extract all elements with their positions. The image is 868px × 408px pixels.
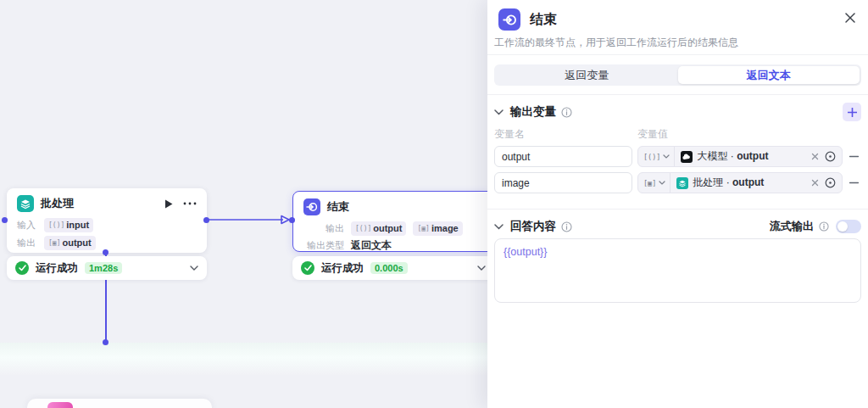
batch-input-chip: [()]input xyxy=(44,218,93,232)
remove-variable-button[interactable] xyxy=(846,155,861,158)
info-icon xyxy=(561,107,572,118)
chevron-down-icon xyxy=(663,154,670,159)
batch-duration-badge: 1m28s xyxy=(85,262,122,274)
type-selector[interactable]: [▣] xyxy=(638,173,670,193)
batch-input-label: 输入 xyxy=(17,219,37,232)
col-variable-name: 变量名 xyxy=(494,128,525,140)
variable-name-input[interactable] xyxy=(494,146,632,167)
batch-layers-icon xyxy=(17,195,34,212)
chevron-down-icon[interactable] xyxy=(494,109,504,115)
end-node-icon xyxy=(303,198,320,215)
chevron-down-icon[interactable] xyxy=(190,265,198,271)
run-node-button[interactable] xyxy=(164,199,173,209)
tab-return-variable[interactable]: 返回变量 xyxy=(496,66,678,84)
llm-node-icon xyxy=(681,151,693,163)
answer-title: 回答内容 xyxy=(510,219,556,234)
answer-header: 回答内容 流式输出 xyxy=(494,216,861,237)
clear-value-icon[interactable] xyxy=(811,153,819,160)
toggle-knob xyxy=(837,221,848,232)
canvas-highlight-band xyxy=(0,343,487,375)
port-batch-right[interactable] xyxy=(203,217,209,223)
end-node-icon xyxy=(498,8,520,31)
node-end[interactable]: 结束 输出 [()]output [▣]image 输出类型 返回文本 xyxy=(292,191,494,252)
source-node-name: 大模型 · xyxy=(697,150,737,162)
end-output-label: 输出 xyxy=(303,222,344,235)
end-output-chip: [()]output xyxy=(351,221,406,236)
batch-layers-icon xyxy=(676,177,688,189)
end-status-text: 运行成功 xyxy=(321,261,364,276)
circle-dot-icon[interactable] xyxy=(825,177,836,188)
variable-value-select[interactable]: [▣] 批处理 · output xyxy=(637,172,843,193)
batch-output-label: 输出 xyxy=(17,237,37,249)
clear-value-icon[interactable] xyxy=(811,179,819,187)
chevron-down-icon[interactable] xyxy=(477,265,486,271)
edge-endpoint-dot[interactable] xyxy=(103,339,108,345)
chevron-down-icon[interactable] xyxy=(494,224,504,230)
panel-title: 结束 xyxy=(530,11,557,29)
port-end-left[interactable] xyxy=(289,217,295,223)
divider xyxy=(487,209,868,210)
add-variable-button[interactable] xyxy=(843,103,861,121)
batch-status-text: 运行成功 xyxy=(36,261,78,276)
variable-value-select[interactable]: [()] 大模型 · output xyxy=(637,146,843,167)
output-mode-tabs: 返回变量 返回文本 xyxy=(494,64,861,86)
batch-output-chip: [▣]output xyxy=(44,236,96,250)
output-vars-header: 输出变量 xyxy=(494,102,861,122)
circle-dot-icon[interactable] xyxy=(825,151,836,162)
output-vars-title: 输出变量 xyxy=(510,104,556,120)
type-string-icon: [()] xyxy=(355,222,371,235)
workflow-editor: 批处理 输入 [()]input 输出 [▣]output 运行成功 1m28s xyxy=(0,0,868,408)
source-field-name: output xyxy=(737,150,768,162)
port-batch-left[interactable] xyxy=(2,217,8,223)
end-node-title: 结束 xyxy=(327,199,349,215)
batch-status-bar[interactable]: 运行成功 1m28s xyxy=(7,256,207,280)
variable-name-input[interactable] xyxy=(494,172,632,193)
end-type-label: 输出类型 xyxy=(303,239,344,252)
variable-row: [▣] 批处理 · output xyxy=(494,172,861,193)
node-batch[interactable]: 批处理 输入 [()]input 输出 [▣]output xyxy=(7,188,207,253)
source-node-name: 批处理 · xyxy=(693,176,732,188)
end-duration-badge: 0.000s xyxy=(370,262,408,274)
variable-column-headers: 变量名 变量值 xyxy=(494,127,861,142)
divider xyxy=(487,54,868,55)
col-variable-value: 变量值 xyxy=(637,127,668,142)
answer-content-input[interactable]: {{output}} xyxy=(494,238,861,303)
end-type-value: 返回文本 xyxy=(351,239,392,252)
image-node-icon xyxy=(47,402,73,408)
end-node-config-panel: 结束 工作流的最终节点，用于返回工作流运行后的结果信息 返回变量 返回文本 输出… xyxy=(487,0,868,408)
type-string-icon: [()] xyxy=(48,219,64,232)
edge-arrow xyxy=(207,212,292,227)
source-field-name: output xyxy=(732,176,764,188)
info-icon xyxy=(819,221,829,232)
end-image-chip: [▣]image xyxy=(413,221,462,236)
node-partial-bottom[interactable] xyxy=(27,399,212,408)
variable-row: [()] 大模型 · output xyxy=(494,146,861,167)
remove-variable-button[interactable] xyxy=(846,182,861,184)
more-options-icon[interactable] xyxy=(183,202,197,205)
chevron-down-icon xyxy=(659,181,665,185)
panel-subtitle: 工作流的最终节点，用于返回工作流运行后的结果信息 xyxy=(494,36,738,50)
divider xyxy=(487,94,868,95)
batch-node-title: 批处理 xyxy=(41,196,74,211)
type-string-icon: [()] xyxy=(643,153,660,161)
type-image-icon: [▣] xyxy=(48,237,60,249)
tab-return-text[interactable]: 返回文本 xyxy=(678,66,860,84)
type-image-icon: [▣] xyxy=(643,179,656,187)
success-check-icon xyxy=(15,261,29,275)
port-batch-bottom[interactable] xyxy=(103,249,108,255)
type-selector[interactable]: [()] xyxy=(638,147,675,166)
type-image-icon: [▣] xyxy=(417,222,429,235)
end-status-bar[interactable]: 运行成功 0.000s xyxy=(292,256,494,280)
info-icon xyxy=(561,221,572,232)
close-icon[interactable] xyxy=(844,12,856,24)
success-check-icon xyxy=(301,261,314,275)
stream-output-toggle[interactable] xyxy=(836,220,861,233)
stream-output-label: 流式输出 xyxy=(770,219,814,234)
